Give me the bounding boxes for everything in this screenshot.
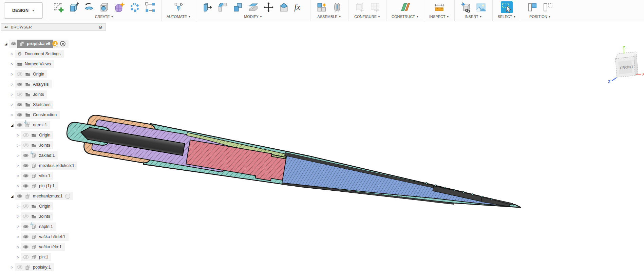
- move-icon[interactable]: [262, 1, 274, 14]
- tree-row-origin[interactable]: ▷Origin: [0, 201, 115, 211]
- toolbar-group-label[interactable]: POSITION▼: [529, 14, 551, 19]
- toolbar-group-label[interactable]: AUTOMATE▼: [167, 14, 191, 19]
- expand-arrow-icon[interactable]: ▷: [15, 184, 21, 188]
- visibility-eye-off-icon[interactable]: [17, 92, 24, 97]
- view-cube[interactable]: FRONT Y X Z: [606, 46, 644, 84]
- tree-row-v-ko-1[interactable]: ▷víko:1: [0, 171, 115, 181]
- activate-component-radio[interactable]: [65, 194, 70, 199]
- browser-minimize-icon[interactable]: ⊖: [98, 25, 102, 29]
- visibility-eye-icon[interactable]: [17, 82, 24, 86]
- toolbar-group-label[interactable]: SELECT▼: [498, 14, 516, 19]
- tree-row-propiska-v6[interactable]: ◢propiska v6J: [0, 39, 115, 49]
- expand-arrow-icon[interactable]: ▷: [15, 174, 21, 177]
- offset-face-icon[interactable]: [247, 1, 259, 14]
- tree-row-nerez-1[interactable]: ◢⚓nerez:1: [0, 120, 115, 130]
- activate-component-radio-active[interactable]: [60, 41, 65, 46]
- expand-arrow-icon[interactable]: ▷: [15, 245, 21, 249]
- toolbar-group-label[interactable]: INSERT▼: [465, 14, 482, 19]
- expand-arrow-icon[interactable]: ▷: [15, 164, 21, 167]
- visibility-eye-off-icon[interactable]: [23, 133, 30, 137]
- expand-arrow-icon[interactable]: ▷: [15, 205, 21, 208]
- visibility-eye-off-icon[interactable]: [23, 255, 30, 259]
- toolbar-group-label[interactable]: ASSEMBLE▼: [317, 14, 341, 19]
- tree-row-origin[interactable]: ▷Origin: [0, 130, 115, 140]
- tree-row-zaklad-1[interactable]: ▷⚓zaklad:1: [0, 150, 115, 161]
- tree-row-n-pln-1[interactable]: ▷⚓nápln:1: [0, 222, 115, 232]
- visibility-eye-icon[interactable]: [17, 123, 24, 127]
- expand-arrow-icon[interactable]: ▷: [15, 235, 21, 238]
- tree-row-mechanizmus-1[interactable]: ◢mechanizmus:1: [0, 191, 115, 201]
- visibility-eye-icon[interactable]: [23, 174, 30, 178]
- visibility-eye-icon[interactable]: [11, 42, 18, 46]
- collaborator-avatar[interactable]: J: [52, 41, 58, 46]
- visibility-eye-icon[interactable]: [23, 225, 30, 229]
- tree-row-sketches[interactable]: ▷Sketches: [0, 100, 115, 110]
- visibility-eye-icon[interactable]: [23, 235, 30, 239]
- tree-row-joints[interactable]: ▷Joints: [0, 211, 115, 222]
- expand-arrow-icon[interactable]: ▷: [15, 255, 21, 259]
- tree-row-named-views[interactable]: ▷Named Views: [0, 59, 115, 69]
- tree-row-joints[interactable]: ▷Joints: [0, 140, 115, 150]
- joint-icon[interactable]: [331, 1, 343, 14]
- browser-collapse-icon[interactable]: ◀◀: [4, 26, 7, 28]
- hole-icon[interactable]: [98, 1, 110, 14]
- new-sketch-icon[interactable]: [52, 1, 64, 14]
- visibility-eye-icon[interactable]: [23, 153, 30, 157]
- expand-arrow-icon[interactable]: ▷: [15, 133, 21, 137]
- visibility-eye-off-icon[interactable]: [23, 143, 30, 147]
- expand-arrow-icon[interactable]: ▷: [9, 62, 15, 66]
- collapse-arrow-icon[interactable]: ◢: [9, 194, 15, 198]
- construction-plane-icon[interactable]: [399, 1, 411, 14]
- visibility-eye-icon[interactable]: [17, 103, 24, 107]
- fillet-icon[interactable]: [216, 1, 229, 14]
- pattern-circular-icon[interactable]: [129, 1, 141, 14]
- expand-arrow-icon[interactable]: ▷: [9, 103, 15, 106]
- visibility-eye-icon[interactable]: [17, 113, 24, 117]
- toolbar-group-label[interactable]: CONSTRUCT▼: [392, 14, 419, 19]
- toolbar-group-label[interactable]: CONFIGURE▼: [354, 14, 380, 19]
- expand-arrow-icon[interactable]: ▷: [15, 215, 21, 218]
- combine-icon[interactable]: [232, 1, 244, 14]
- visibility-eye-off-icon[interactable]: [17, 72, 24, 76]
- tree-row-analysis[interactable]: ▷Analysis: [0, 79, 115, 89]
- visibility-eye-icon[interactable]: [23, 245, 30, 249]
- toolbar-group-label[interactable]: CREATE▼: [95, 14, 114, 19]
- tree-row-va-ka-t-lo-1[interactable]: ▷vačka tělo:1: [0, 242, 115, 252]
- form-icon[interactable]: [113, 1, 126, 14]
- tree-row-va-ka-h-del-1[interactable]: ▷vačka hřídel:1: [0, 232, 115, 242]
- visibility-eye-off-icon[interactable]: [23, 214, 30, 218]
- expand-arrow-icon[interactable]: ▷: [15, 144, 21, 147]
- expand-arrow-icon[interactable]: ▷: [15, 154, 21, 157]
- pen-cross-section-model[interactable]: [60, 105, 535, 224]
- tree-row-document-settings[interactable]: ▷⚙Document Settings: [0, 49, 115, 59]
- expand-arrow-icon[interactable]: ▷: [9, 93, 15, 96]
- visibility-eye-off-icon[interactable]: [23, 204, 30, 208]
- tree-row-pin-1[interactable]: ▷pin:1: [0, 252, 115, 262]
- split-body-icon[interactable]: [278, 1, 290, 14]
- insert-derive-icon[interactable]: [460, 1, 472, 14]
- new-component-icon[interactable]: [316, 1, 328, 14]
- revolve-icon[interactable]: [83, 1, 95, 14]
- toolbar-group-label[interactable]: INSPECT▼: [429, 14, 449, 19]
- collapse-arrow-icon[interactable]: ◢: [3, 42, 9, 46]
- design-menu-button[interactable]: DESIGN▼: [4, 2, 43, 19]
- expand-arrow-icon[interactable]: ▷: [9, 83, 15, 86]
- press-pull-icon[interactable]: [201, 1, 213, 14]
- extrude-icon[interactable]: [68, 1, 80, 14]
- revert-position-icon[interactable]: [542, 1, 554, 14]
- expand-arrow-icon[interactable]: ▷: [15, 225, 21, 228]
- visibility-eye-icon[interactable]: [23, 184, 30, 188]
- canvas-icon[interactable]: [475, 1, 487, 14]
- select-icon[interactable]: [500, 1, 513, 14]
- tree-row-pin-1-1[interactable]: ▷pin (1):1: [0, 181, 115, 191]
- visibility-eye-off-icon[interactable]: [17, 265, 24, 269]
- expand-arrow-icon[interactable]: ▷: [9, 52, 15, 56]
- expand-arrow-icon[interactable]: ▷: [9, 266, 15, 269]
- visibility-eye-icon[interactable]: [17, 194, 24, 198]
- capture-position-icon[interactable]: [526, 1, 538, 14]
- collapse-arrow-icon[interactable]: ◢: [9, 123, 15, 127]
- tree-row-construction[interactable]: ▷Construction: [0, 110, 115, 120]
- expand-arrow-icon[interactable]: ▷: [9, 113, 15, 117]
- pattern-rectangular-icon[interactable]: [144, 1, 156, 14]
- automate-icon[interactable]: [173, 1, 185, 14]
